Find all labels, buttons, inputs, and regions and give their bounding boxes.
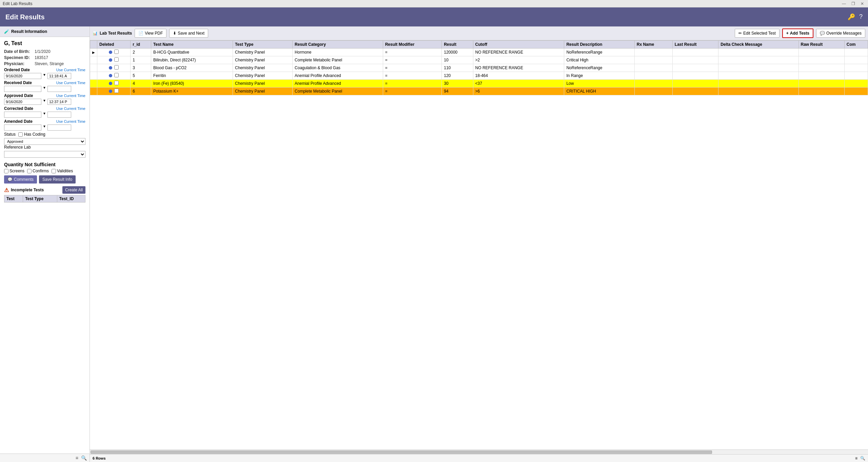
amended-date-label: Amended Date	[4, 119, 33, 124]
test-name-cell[interactable]: Blood Gas - pCO2	[151, 64, 233, 72]
save-and-next-button[interactable]: ⬇ Save and Next	[169, 29, 208, 38]
ordered-use-current[interactable]: Use Current Time	[56, 68, 85, 72]
result-category-cell: Anemial Profile Advanced	[293, 72, 383, 80]
col-test-name: Test Name	[151, 41, 233, 49]
approved-time-input[interactable]	[47, 99, 71, 105]
override-messages-button[interactable]: 💬 Override Messages	[816, 29, 865, 38]
left-list-icon[interactable]: ≡	[76, 455, 78, 461]
comments-button[interactable]: 💬 Comments	[4, 175, 37, 184]
test-name-cell[interactable]: Potassium K+	[151, 88, 233, 95]
patient-name: G, Test	[4, 40, 85, 46]
has-coding-checkbox[interactable]	[18, 132, 23, 137]
edit-selected-test-button[interactable]: ✏ Edit Selected Test	[735, 29, 780, 38]
right-list-icon[interactable]: ≡	[855, 456, 857, 461]
results-table-wrapper: Deleted r_id Test Name Test Type Result …	[90, 40, 868, 449]
amended-use-current[interactable]: Use Current Time	[56, 119, 85, 123]
amended-date-arrow[interactable]: ▼	[43, 124, 46, 131]
com-cell	[844, 49, 868, 56]
cutoff-cell: NO REFERENCE RANGE	[473, 64, 564, 72]
view-pdf-button[interactable]: 📄 View PDF	[135, 29, 166, 38]
amended-date-input[interactable]	[4, 124, 41, 131]
col-rx-name: Rx Name	[634, 41, 672, 49]
approved-date-input[interactable]	[4, 99, 41, 105]
corrected-date-label: Corrected Date	[4, 106, 33, 111]
table-row[interactable]: 1 Bilirubin, Direct (82247) Chemistry Pa…	[90, 56, 868, 64]
ordered-date-label: Ordered Date	[4, 68, 30, 72]
table-row[interactable]: 6 Potassium K+ Chemistry Panel Complete …	[90, 88, 868, 95]
deleted-checkbox[interactable]	[114, 50, 119, 54]
amended-time-input[interactable]	[47, 124, 71, 131]
test-name-cell[interactable]: B-HCG Quantitative	[151, 49, 233, 56]
alert-icon: ⚠	[4, 187, 9, 193]
corrected-date-input[interactable]	[4, 112, 41, 118]
table-row[interactable]: 4 Iron (Fe) (83540) Chemistry Panel Anem…	[90, 80, 868, 88]
incomplete-col-id: Test_ID	[57, 195, 85, 203]
left-panel-footer: ≡ 🔍	[0, 454, 90, 462]
test-name-cell[interactable]: Iron (Fe) (83540)	[151, 80, 233, 88]
last-result-cell	[672, 80, 718, 88]
result-cell: 120000	[442, 49, 473, 56]
rx-name-cell	[634, 64, 672, 72]
result-category-cell: Coagulation & Blood Gas	[293, 64, 383, 72]
reference-lab-select[interactable]	[4, 151, 85, 158]
key-icon[interactable]: 🔑	[848, 13, 855, 21]
deleted-checkbox[interactable]	[114, 89, 119, 93]
expand-arrow[interactable]: ▶	[92, 51, 95, 54]
ordered-date-input[interactable]	[4, 73, 41, 79]
col-com: Com	[844, 41, 868, 49]
approved-use-current[interactable]: Use Current Time	[56, 94, 85, 98]
approved-date-row: Approved Date Use Current Time ▼	[4, 93, 85, 105]
deleted-checkbox[interactable]	[114, 57, 119, 62]
table-row[interactable]: 5 Ferritin Chemistry Panel Anemial Profi…	[90, 72, 868, 80]
left-search-icon[interactable]: 🔍	[81, 455, 87, 461]
deleted-checkbox[interactable]	[114, 65, 119, 70]
test-type-cell: Chemistry Panel	[233, 49, 293, 56]
table-row[interactable]: 3 Blood Gas - pCO2 Chemistry Panel Coagu…	[90, 64, 868, 72]
save-result-button[interactable]: Save Result Info	[39, 175, 76, 184]
received-use-current[interactable]: Use Current Time	[56, 81, 85, 85]
help-icon[interactable]: ?	[859, 13, 863, 21]
received-time-input[interactable]	[47, 86, 71, 92]
received-date-arrow[interactable]: ▼	[43, 86, 46, 92]
result-modifier-cell: =	[383, 80, 442, 88]
physician-row: Physician: Steven, Strange	[4, 61, 85, 66]
close-button[interactable]: ✕	[859, 1, 865, 6]
scroll-thumb[interactable]	[91, 450, 712, 454]
received-date-row: Received Date Use Current Time ▼	[4, 80, 85, 92]
right-search-icon[interactable]: 🔍	[860, 456, 865, 461]
deleted-checkbox[interactable]	[114, 73, 119, 77]
table-row[interactable]: ▶ 2 B-HCG Quantitative Chemistry Panel H…	[90, 49, 868, 56]
raw-result-cell	[798, 49, 844, 56]
result-cell: 94	[442, 88, 473, 95]
checkboxes-row: Screens Confirms Validities	[4, 169, 85, 173]
incomplete-col-type: Test Type	[23, 195, 57, 203]
test-name-cell[interactable]: Ferritin	[151, 72, 233, 80]
screens-checkbox[interactable]	[4, 169, 8, 173]
status-select[interactable]: Approved	[4, 138, 85, 145]
result-modifier-cell: =	[383, 49, 442, 56]
rid-cell: 5	[131, 72, 151, 80]
result-category-cell: Complete Metabolic Panel	[293, 56, 383, 64]
ordered-date-arrow[interactable]: ▼	[43, 73, 46, 79]
confirms-checkbox[interactable]	[27, 169, 32, 173]
test-type-cell: Chemistry Panel	[233, 72, 293, 80]
add-tests-button[interactable]: + Add Tests	[782, 28, 813, 38]
validities-checkbox[interactable]	[52, 169, 56, 173]
rx-name-cell	[634, 49, 672, 56]
approved-date-arrow[interactable]: ▼	[43, 99, 46, 105]
create-all-button[interactable]: Create All	[62, 186, 85, 194]
corrected-time-input[interactable]	[47, 112, 71, 118]
corrected-use-current[interactable]: Use Current Time	[56, 107, 85, 111]
horizontal-scrollbar[interactable]	[90, 449, 868, 454]
result-info-icon: 🧪	[4, 29, 9, 34]
minimize-button[interactable]: —	[841, 1, 847, 6]
raw-result-cell	[798, 56, 844, 64]
reference-lab-label: Reference Lab	[4, 145, 31, 150]
received-date-input[interactable]	[4, 86, 41, 92]
result-description-cell: In Range	[564, 72, 634, 80]
deleted-checkbox[interactable]	[114, 81, 119, 85]
maximize-button[interactable]: ❐	[850, 1, 856, 6]
corrected-date-arrow[interactable]: ▼	[43, 112, 46, 118]
test-name-cell[interactable]: Bilirubin, Direct (82247)	[151, 56, 233, 64]
ordered-time-input[interactable]	[47, 73, 71, 79]
